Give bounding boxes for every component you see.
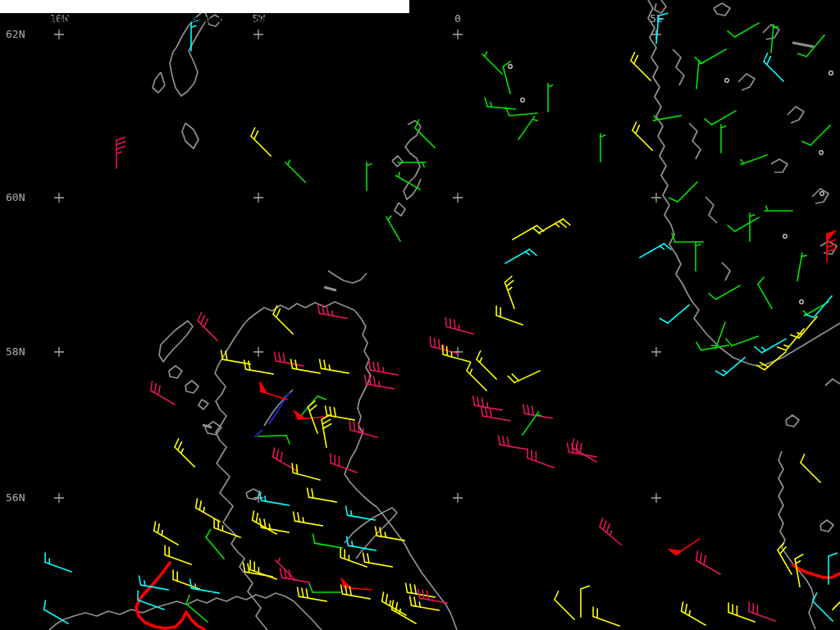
wind-barb [369, 361, 398, 375]
wind-barb [581, 586, 589, 617]
longitude-label: 5E [650, 12, 663, 25]
wind-barb [758, 277, 772, 308]
wind-barb [258, 436, 290, 444]
wind-barb [406, 583, 435, 597]
wind-barb [676, 539, 699, 555]
wind-barb [764, 53, 783, 81]
coastline [788, 107, 804, 123]
wind-barb [430, 337, 458, 354]
wind-barb [198, 313, 217, 340]
wind-barb [244, 360, 273, 374]
weather-map-window: 10W5W05E62N60N58N56N SAM 03.10.09 12:00 … [0, 0, 840, 630]
graticule-cross [253, 347, 263, 357]
wind-barb [322, 415, 331, 447]
graticule-cross [54, 347, 64, 357]
wind-barb [682, 602, 705, 625]
wind-barb [705, 111, 736, 125]
wind-barb [696, 551, 720, 574]
wind-barb [741, 155, 767, 165]
wind-barb [757, 352, 787, 370]
wind-barb [696, 243, 701, 271]
wind-barb [251, 128, 271, 156]
graticule-cross [651, 193, 661, 203]
wind-barb [750, 213, 755, 241]
coast-dash [203, 425, 212, 427]
coastline [159, 321, 193, 362]
latitude-label: 60N [6, 191, 25, 203]
wind-barb [573, 439, 596, 462]
wind-barb [309, 584, 340, 592]
wind-barb [382, 592, 406, 615]
wind-barb [829, 553, 837, 584]
coastline [778, 451, 815, 629]
wind-barb [496, 306, 523, 325]
wind-barb-pennant [294, 410, 305, 419]
coastline [689, 123, 701, 159]
wind-barb [806, 296, 832, 317]
front-line [136, 563, 204, 629]
wind-barb [244, 563, 272, 577]
wind-barb [45, 553, 71, 572]
coastline [655, 0, 666, 13]
wind-barb [503, 62, 510, 94]
wind-barb [299, 396, 326, 418]
graticule-cross [453, 30, 463, 39]
wind-barb [505, 249, 536, 263]
calm-station [829, 71, 833, 75]
wind-barb [116, 137, 125, 168]
title-bar: SAM 03.10.09 12:00 UTC Bodenwettermeldun… [0, 0, 409, 13]
wind-barb [728, 217, 759, 231]
wind-barb [660, 305, 690, 323]
coastline [714, 3, 730, 16]
coastline [345, 310, 457, 630]
wind-barb [261, 391, 288, 399]
wind-barb [765, 206, 792, 211]
wind-barb [504, 276, 514, 308]
wind-barb [833, 590, 840, 609]
wind-barb [672, 234, 703, 242]
wind-barb [341, 585, 370, 599]
wind-barb [477, 351, 496, 379]
coastline [328, 271, 367, 283]
wind-barb [331, 454, 357, 472]
wind-barb [363, 553, 392, 567]
wind-barb [273, 306, 293, 334]
wind-barb [508, 371, 540, 382]
wind-barb [728, 23, 759, 37]
wind-barb [346, 506, 375, 520]
wind-barb [326, 406, 354, 420]
latitude-label: 62N [6, 28, 25, 40]
wind-barb [749, 602, 775, 621]
coastline [185, 381, 199, 393]
wind-barb [392, 600, 416, 623]
wind-barb [308, 488, 336, 502]
graticule-cross [253, 493, 263, 503]
wind-barb [640, 244, 671, 258]
wind-barb [632, 122, 652, 150]
wind-barb [313, 534, 342, 548]
calm-station [509, 65, 513, 69]
wind-barb [344, 587, 372, 590]
coastline [738, 74, 755, 90]
wind-barb [285, 160, 305, 182]
wind-barb [44, 600, 68, 623]
map-title: SAM 03.10.09 12:00 UTC Bodenwettermeldun… [14, 13, 405, 25]
wind-barb [340, 548, 367, 567]
calm-station [521, 98, 525, 103]
calm-station [783, 235, 788, 239]
wind-barb [797, 253, 806, 281]
wind-barb [801, 454, 820, 482]
wind-barb [726, 336, 758, 346]
graticule-cross [651, 493, 661, 503]
calm-station [800, 300, 804, 304]
coastline [345, 508, 397, 559]
coastline [722, 262, 730, 281]
coastline [812, 189, 829, 203]
weather-map-canvas: 10W5W05E62N60N58N56N [0, 0, 840, 630]
coastline [648, 0, 840, 366]
graticule-cross [651, 347, 661, 357]
wind-barb [813, 593, 833, 621]
coast-dash [792, 43, 814, 47]
wind-barb [260, 518, 289, 532]
graticule-cross [54, 493, 64, 503]
